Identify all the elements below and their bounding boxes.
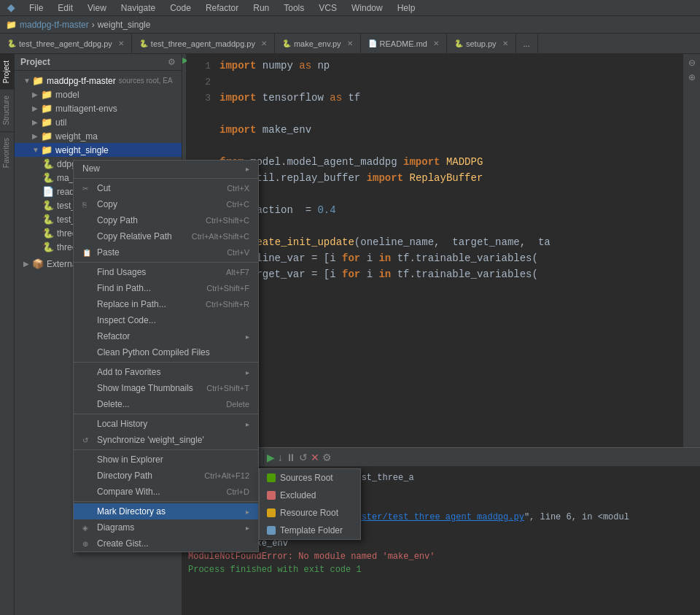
ctx-compare-with-shortcut: Ctrl+D xyxy=(227,487,249,496)
gist-icon: ⊕ xyxy=(82,540,94,548)
ctx-image-thumbnails[interactable]: Show Image Thumbnails Ctrl+Shift+T xyxy=(74,380,258,396)
tree-item-model[interactable]: ▶ 📁 model xyxy=(15,88,182,101)
ctx-compare-with[interactable]: Compare With... Ctrl+D xyxy=(74,484,258,500)
ctx-refactor[interactable]: Refactor ▸ xyxy=(74,328,258,344)
tree-item-weight-single[interactable]: ▼ 📁 weight_single xyxy=(15,143,182,157)
ctx-sep-4 xyxy=(74,414,258,414)
submenu-excluded[interactable]: Excluded xyxy=(260,487,360,504)
submenu-sources-root[interactable]: Sources Root xyxy=(260,469,360,487)
ctx-diagrams[interactable]: ◈ Diagrams ▸ xyxy=(74,519,258,535)
ctx-new[interactable]: New ▸ xyxy=(74,160,258,177)
tab-4[interactable]: 🐍 setup.py ✕ xyxy=(447,34,516,53)
ctx-synchronize[interactable]: ↺ Synchronize 'weight_single' xyxy=(74,432,258,448)
ctx-directory-path[interactable]: Directory Path Ctrl+Alt+F12 xyxy=(74,468,258,484)
tab-3[interactable]: 📄 README.md ✕ xyxy=(361,34,447,53)
ctx-inspect-code[interactable]: Inspect Code... xyxy=(74,312,258,328)
rerun-btn[interactable]: ↺ xyxy=(299,452,308,463)
arrow-icon: ▶ xyxy=(32,132,41,140)
copy-icon: ⎘ xyxy=(82,201,94,209)
vtab-favorites[interactable]: Favorites xyxy=(0,131,14,174)
breadcrumb-root[interactable]: maddpg-tf-master xyxy=(20,20,89,30)
ctx-copy-path-shortcut: Ctrl+Shift+C xyxy=(206,216,249,225)
cancel-btn[interactable]: ✕ xyxy=(311,452,319,463)
submenu-template-folder[interactable]: Template Folder xyxy=(260,522,360,539)
ctx-find-in-path-label: Find in Path... xyxy=(97,283,203,293)
ctx-diagrams-label: Diagrams xyxy=(97,522,243,533)
tree-item-multiagent[interactable]: ▶ 📁 multiagent-envs xyxy=(15,101,182,115)
code-line-3: 3 import tensorflow as tf xyxy=(187,92,682,108)
submenu-resource-root[interactable]: Resource Root xyxy=(260,504,360,522)
breadcrumb-child[interactable]: weight_single xyxy=(98,20,151,30)
ctx-paste-label: Paste xyxy=(97,247,224,258)
ctx-local-history[interactable]: Local History ▸ xyxy=(74,416,258,432)
ctx-image-thumbnails-shortcut: Ctrl+Shift+T xyxy=(206,384,249,392)
ctx-delete[interactable]: Delete... Delete xyxy=(74,396,258,412)
ctx-replace-in-path[interactable]: Replace in Path... Ctrl+Shift+R xyxy=(74,296,258,312)
tree-item-label: multiagent-envs xyxy=(55,104,117,114)
tree-item-weight-ma[interactable]: ▶ 📁 weight_ma xyxy=(15,129,182,143)
ctx-directory-path-shortcut: Ctrl+Alt+F12 xyxy=(204,471,249,480)
ctx-create-gist[interactable]: ⊕ Create Gist... xyxy=(74,535,258,552)
settings-btn[interactable]: ⚙ xyxy=(322,452,332,463)
tab-close-3[interactable]: ✕ xyxy=(433,39,439,47)
menu-edit[interactable]: Edit xyxy=(55,1,76,15)
ctx-cut[interactable]: ✂ Cut Ctrl+X xyxy=(74,180,258,196)
ctx-find-usages[interactable]: Find Usages Alt+F7 xyxy=(74,264,258,280)
menu-vcs[interactable]: VCS xyxy=(316,1,340,15)
pause-btn[interactable]: ⏸ xyxy=(286,452,296,463)
ctx-sep-5 xyxy=(74,449,258,450)
ctx-mark-directory[interactable]: Mark Directory as ▸ xyxy=(74,503,258,519)
py-icon: 🐍 xyxy=(42,214,54,225)
project-label: Project xyxy=(20,57,50,67)
expand-btn[interactable]: ⊕ xyxy=(686,71,698,83)
tree-item-label: util xyxy=(55,117,66,128)
run-btn[interactable]: ▶ xyxy=(267,452,275,463)
menu-help[interactable]: Help xyxy=(394,1,419,15)
stop-btn[interactable]: ↓ xyxy=(278,452,283,463)
ctx-clean-python[interactable]: Clean Python Compiled Files xyxy=(74,344,258,360)
code-editor[interactable]: 1 import numpy as np 2 3 import tensorfl… xyxy=(187,54,682,447)
menu-run[interactable]: Run xyxy=(250,1,272,15)
fold-btn[interactable]: ⊖ xyxy=(686,57,698,69)
submenu-arrow-icon: ▸ xyxy=(246,420,249,428)
menu-navigate[interactable]: Navigate xyxy=(118,1,158,15)
vtab-structure[interactable]: Structure xyxy=(0,89,14,131)
ctx-find-in-path[interactable]: Find in Path... Ctrl+Shift+F xyxy=(74,280,258,296)
line-content: def create_init_update(oneline_name, tar… xyxy=(219,236,682,248)
py-icon: 🐍 xyxy=(42,241,54,252)
arrow-icon: ▶ xyxy=(23,260,32,268)
ctx-show-in-explorer[interactable]: Show in Explorer xyxy=(74,452,258,468)
ctx-cut-label: Cut xyxy=(97,183,224,193)
ctx-add-favorites[interactable]: Add to Favorites ▸ xyxy=(74,364,258,380)
menu-window[interactable]: Window xyxy=(349,1,386,15)
tree-item-util[interactable]: ▶ 📁 util xyxy=(15,115,182,129)
tab-close-2[interactable]: ✕ xyxy=(347,39,353,47)
sources-root-label: Sources Root xyxy=(280,473,333,483)
tree-root[interactable]: ▼ 📁 maddpg-tf-master sources root, EA xyxy=(15,74,182,88)
gear-icon[interactable]: ⚙ xyxy=(168,57,176,67)
menu-refactor[interactable]: Refactor xyxy=(203,1,241,15)
menu-file[interactable]: File xyxy=(26,1,46,15)
tab-1[interactable]: 🐍 test_three_agent_maddpg.py ✕ xyxy=(132,34,275,53)
code-line-11 xyxy=(187,220,682,236)
menu-code[interactable]: Code xyxy=(167,1,194,15)
tab-more[interactable]: ... xyxy=(516,34,538,53)
line-content: from model.model_agent_maddpg import MAD… xyxy=(219,156,682,168)
menu-tools[interactable]: Tools xyxy=(281,1,307,15)
tab-close-4[interactable]: ✕ xyxy=(502,39,508,47)
vtab-project[interactable]: Project xyxy=(0,54,14,89)
tab-2[interactable]: 🐍 make_env.py ✕ xyxy=(275,34,361,53)
py-icon: 🐍 xyxy=(42,172,54,183)
tab-0[interactable]: 🐍 test_three_agent_ddpg.py ✕ xyxy=(0,34,132,53)
tab-close-0[interactable]: ✕ xyxy=(118,39,124,47)
ctx-sep-2 xyxy=(74,262,258,263)
ctx-copy-relative[interactable]: Copy Relative Path Ctrl+Alt+Shift+C xyxy=(74,228,258,244)
menu-view[interactable]: View xyxy=(85,1,109,15)
ctx-copy[interactable]: ⎘ Copy Ctrl+C xyxy=(74,196,258,212)
arrow-icon: ▼ xyxy=(23,77,32,85)
ctx-copy-path[interactable]: Copy Path Ctrl+Shift+C xyxy=(74,212,258,228)
ctx-paste[interactable]: 📋 Paste Ctrl+V xyxy=(74,244,258,260)
tab-close-1[interactable]: ✕ xyxy=(261,39,267,47)
ctx-sep-3 xyxy=(74,362,258,363)
tab-label-4: setup.py xyxy=(466,39,497,48)
